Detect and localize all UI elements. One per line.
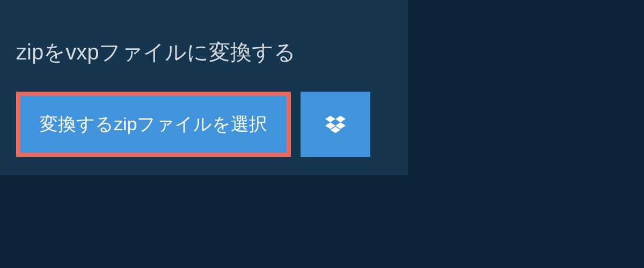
title-bar: zipをvxpファイルに変換する: [0, 28, 312, 77]
dropbox-button[interactable]: [301, 92, 370, 157]
page-title: zipをvxpファイルに変換する: [16, 40, 296, 64]
button-row: 変換するzipファイルを選択: [0, 77, 408, 175]
select-file-button[interactable]: 変換するzipファイルを選択: [16, 92, 291, 157]
select-file-button-label: 変換するzipファイルを選択: [40, 112, 267, 137]
dropbox-icon: [325, 115, 346, 133]
converter-panel: zipをvxpファイルに変換する 変換するzipファイルを選択: [0, 0, 408, 175]
